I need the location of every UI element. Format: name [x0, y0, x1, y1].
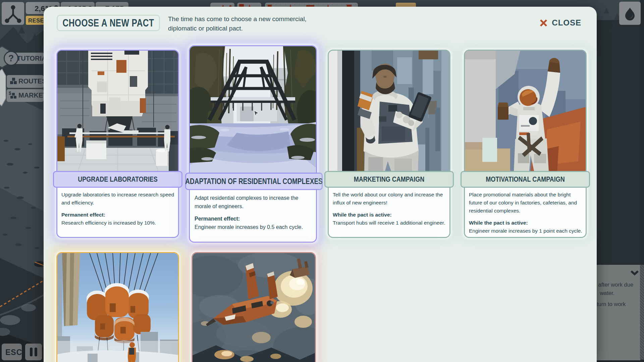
svg-text:$: $ — [9, 91, 11, 96]
